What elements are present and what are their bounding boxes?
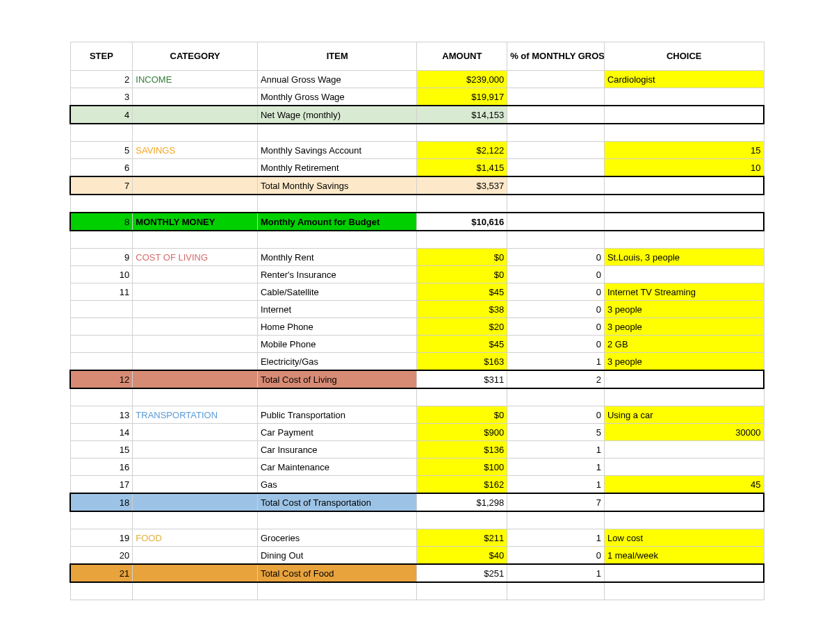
cell-choice: Internet TV Streaming [604,283,764,301]
cell-step [70,511,133,529]
cell-pct: 0 [507,249,605,266]
cell-item: Total Cost of Transportation [257,493,417,511]
table-row: 13TRANSPORTATIONPublic Transportation$00… [70,406,764,424]
cell-choice [604,511,764,529]
cell-step: 17 [70,476,133,494]
cell-amount: $311 [417,370,507,388]
cell-category [133,353,258,371]
table-row: Home Phone$2003 people [70,318,764,336]
cell-pct: 0 [507,547,605,565]
cell-item: Monthly Amount for Budget [257,213,417,231]
header-step: STEP [70,42,133,71]
cell-category [133,106,258,124]
cell-amount: $40 [417,547,507,565]
cell-choice [604,195,764,213]
cell-step [70,388,133,406]
cell-item: Monthly Gross Wage [257,88,417,106]
cell-pct: 1 [507,459,605,476]
cell-item [257,124,417,142]
cell-choice: Cardiologist [604,71,764,88]
cell-step [70,195,133,213]
cell-amount: $2,122 [417,142,507,159]
cell-choice [604,124,764,142]
cell-pct [507,106,605,124]
table-row: 21Total Cost of Food$2511 [70,564,764,582]
header-row: STEP CATEGORY ITEM AMOUNT % of MONTHLY G… [70,42,764,71]
cell-pct: 0 [507,301,605,318]
table-row: 10Renter's Insurance$00 [70,266,764,283]
table-row [70,124,764,142]
cell-item: Total Monthly Savings [257,176,417,195]
cell-item [257,511,417,529]
cell-amount: $0 [417,266,507,283]
table-row: 6Monthly Retirement$1,41510 [70,159,764,177]
table-row: Electricity/Gas$16313 people [70,353,764,371]
cell-choice [604,88,764,106]
cell-category: TRANSPORTATION [133,406,258,424]
cell-item: Total Cost of Food [257,564,417,582]
cell-category [133,159,258,177]
cell-category [133,564,258,582]
cell-pct [507,388,605,406]
cell-amount [417,124,507,142]
cell-amount: $38 [417,301,507,318]
cell-step [70,318,133,336]
cell-pct [507,231,605,249]
cell-amount: $163 [417,353,507,371]
cell-amount: $0 [417,249,507,266]
cell-pct [507,142,605,159]
cell-category [133,424,258,441]
cell-item: Mobile Phone [257,336,417,353]
cell-choice [604,441,764,459]
cell-pct: 0 [507,336,605,353]
cell-category [133,582,258,600]
cell-step [70,124,133,142]
cell-category [133,511,258,529]
cell-choice: Using a car [604,406,764,424]
cell-choice: 1 meal/week [604,547,764,565]
cell-item: Monthly Savings Account [257,142,417,159]
table-row: 18Total Cost of Transportation$1,2987 [70,493,764,511]
table-row: 11Cable/Satellite$450Internet TV Streami… [70,283,764,301]
cell-pct [507,159,605,177]
cell-step: 21 [70,564,133,582]
cell-amount [417,388,507,406]
cell-choice: 3 people [604,353,764,371]
cell-pct: 0 [507,406,605,424]
cell-pct: 0 [507,266,605,283]
cell-item: Annual Gross Wage [257,71,417,88]
cell-step: 5 [70,142,133,159]
table-row: 2INCOMEAnnual Gross Wage$239,000Cardiolo… [70,71,764,88]
cell-category [133,176,258,195]
cell-step: 4 [70,106,133,124]
cell-choice [604,582,764,600]
table-row: 15Car Insurance$1361 [70,441,764,459]
table-row: 5SAVINGSMonthly Savings Account$2,12215 [70,142,764,159]
table-row: 20Dining Out$4001 meal/week [70,547,764,565]
cell-step [70,353,133,371]
cell-choice [604,493,764,511]
cell-category: INCOME [133,71,258,88]
cell-step: 8 [70,213,133,231]
cell-amount [417,195,507,213]
cell-pct [507,88,605,106]
cell-pct [507,71,605,88]
cell-item [257,231,417,249]
cell-category [133,88,258,106]
cell-pct: 1 [507,476,605,494]
header-item: ITEM [257,42,417,71]
cell-amount: $45 [417,336,507,353]
cell-choice [604,266,764,283]
cell-choice [604,564,764,582]
table-row [70,231,764,249]
cell-choice [604,213,764,231]
cell-item: Car Payment [257,424,417,441]
cell-item: Dining Out [257,547,417,565]
cell-item: Public Transportation [257,406,417,424]
cell-category [133,231,258,249]
cell-choice [604,459,764,476]
cell-choice [604,106,764,124]
cell-amount [417,231,507,249]
cell-pct: 1 [507,441,605,459]
cell-step: 13 [70,406,133,424]
